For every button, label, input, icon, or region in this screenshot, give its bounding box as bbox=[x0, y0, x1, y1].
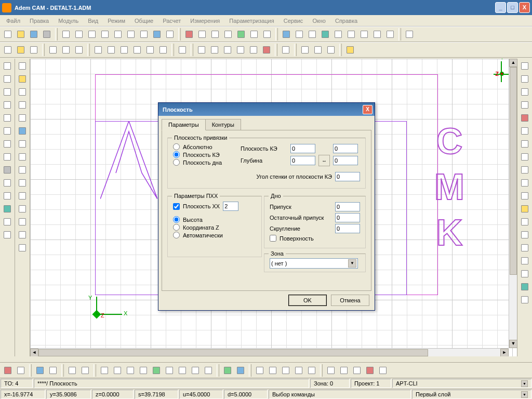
vtr-6[interactable] bbox=[518, 125, 531, 137]
wall-angle-input[interactable] bbox=[335, 172, 360, 181]
tb1-16[interactable] bbox=[209, 28, 221, 41]
vt2-9[interactable] bbox=[16, 164, 29, 176]
tb2-16[interactable] bbox=[221, 44, 234, 56]
tb1-5[interactable] bbox=[60, 28, 72, 41]
radio-plane-bottom[interactable] bbox=[173, 159, 180, 166]
tb2-9[interactable] bbox=[118, 44, 130, 56]
dialog-titlebar[interactable]: Плоскость X bbox=[158, 103, 375, 116]
menu-edit[interactable]: Правка bbox=[25, 16, 53, 25]
vt2-7[interactable] bbox=[16, 138, 29, 150]
vt1-3[interactable] bbox=[1, 86, 14, 98]
tb1-6[interactable] bbox=[73, 28, 85, 41]
tb1-17[interactable] bbox=[222, 28, 234, 41]
print-icon[interactable] bbox=[41, 28, 53, 41]
menu-view[interactable]: Вид bbox=[84, 16, 102, 25]
bt-24[interactable] bbox=[338, 364, 350, 377]
bt-19[interactable] bbox=[267, 364, 279, 377]
maximize-button[interactable]: □ bbox=[507, 2, 518, 13]
status-apt[interactable]: APT-CLI▼ bbox=[392, 379, 531, 388]
tb1-21[interactable] bbox=[280, 28, 292, 41]
tb1-14[interactable] bbox=[183, 28, 195, 41]
tb1-23[interactable] bbox=[306, 28, 318, 41]
tb2-3[interactable] bbox=[28, 44, 40, 56]
tb2-24[interactable] bbox=[344, 44, 356, 56]
menu-common[interactable]: Общие bbox=[130, 16, 157, 25]
menu-module[interactable]: Модуль bbox=[54, 16, 83, 25]
bt-27[interactable] bbox=[377, 364, 389, 377]
vtr-7[interactable] bbox=[518, 138, 531, 150]
tb2-23[interactable] bbox=[325, 44, 337, 56]
fillet-input[interactable] bbox=[335, 224, 360, 233]
vtr-1[interactable] bbox=[518, 60, 531, 72]
vtr-19[interactable] bbox=[518, 294, 531, 306]
tab-contours[interactable]: Контуры bbox=[205, 119, 241, 130]
tb1-24[interactable] bbox=[319, 28, 331, 41]
vtr-14[interactable] bbox=[518, 229, 531, 241]
tab-parameters[interactable]: Параметры bbox=[162, 119, 206, 130]
tb2-22[interactable] bbox=[312, 44, 324, 56]
bt-1[interactable] bbox=[2, 364, 14, 377]
tb2-11[interactable] bbox=[144, 44, 156, 56]
tb1-9[interactable] bbox=[112, 28, 124, 41]
tb2-13[interactable] bbox=[176, 44, 189, 56]
bt-15[interactable] bbox=[202, 364, 215, 377]
tb1-30[interactable] bbox=[403, 28, 416, 41]
tb1-18[interactable] bbox=[235, 28, 247, 41]
menu-calc[interactable]: Расчет bbox=[158, 16, 185, 25]
bt-2[interactable] bbox=[15, 364, 27, 377]
vtr-17[interactable] bbox=[518, 268, 531, 280]
radio-plane-ke[interactable] bbox=[173, 151, 180, 158]
bt-3[interactable] bbox=[34, 364, 46, 377]
bt-12[interactable] bbox=[163, 364, 176, 377]
vt2-8[interactable] bbox=[16, 151, 29, 163]
vtr-9[interactable] bbox=[518, 164, 531, 176]
vt1-2[interactable] bbox=[1, 73, 14, 85]
tb1-27[interactable] bbox=[358, 28, 370, 41]
ok-button[interactable]: OK bbox=[288, 295, 327, 306]
bt-18[interactable] bbox=[254, 364, 266, 377]
vt2-14[interactable] bbox=[16, 229, 29, 241]
bt-10[interactable] bbox=[137, 364, 150, 377]
vtr-11[interactable] bbox=[518, 190, 531, 202]
tb1-26[interactable] bbox=[345, 28, 357, 41]
menu-measure[interactable]: Измерения bbox=[186, 16, 224, 25]
radio-auto[interactable] bbox=[173, 232, 180, 238]
scrollbar-vertical[interactable]: ▲▼ bbox=[509, 59, 517, 348]
bt-7[interactable] bbox=[98, 364, 111, 377]
vt1-13[interactable] bbox=[1, 216, 14, 228]
open-icon[interactable] bbox=[15, 28, 27, 41]
vtr-16[interactable] bbox=[518, 255, 531, 267]
radio-absolute[interactable] bbox=[173, 143, 180, 150]
radio-coord-z[interactable] bbox=[173, 224, 180, 231]
tb2-18[interactable] bbox=[247, 44, 260, 56]
tb2-5[interactable] bbox=[60, 44, 72, 56]
tb2-20[interactable] bbox=[280, 44, 292, 56]
vt2-5[interactable] bbox=[16, 112, 29, 124]
vtr-5[interactable] bbox=[518, 112, 531, 124]
vtr-18[interactable] bbox=[518, 281, 531, 293]
dialog-close-button[interactable]: X bbox=[363, 105, 373, 114]
bt-25[interactable] bbox=[351, 364, 363, 377]
depth-input2[interactable] bbox=[333, 156, 358, 165]
check-surface[interactable] bbox=[270, 235, 276, 242]
depth-input1[interactable] bbox=[290, 156, 315, 165]
swap-button[interactable]: ↔ bbox=[318, 155, 330, 166]
vtr-15[interactable] bbox=[518, 242, 531, 254]
vt1-1[interactable] bbox=[1, 60, 14, 72]
vt1-10[interactable] bbox=[1, 177, 14, 189]
plane-ke-input1[interactable] bbox=[290, 144, 315, 153]
vtr-3[interactable] bbox=[518, 86, 531, 98]
vt1-12[interactable] bbox=[1, 203, 14, 215]
cancel-button[interactable]: Отмена bbox=[331, 295, 369, 306]
tb2-15[interactable] bbox=[208, 44, 221, 56]
bt-5[interactable] bbox=[66, 364, 78, 377]
zone-combo[interactable]: ( нет )▼ bbox=[270, 258, 358, 269]
vt1-9[interactable] bbox=[1, 164, 14, 176]
status-layer[interactable]: Первый слой▼ bbox=[412, 390, 531, 399]
tb2-12[interactable] bbox=[157, 44, 169, 56]
vt2-11[interactable] bbox=[16, 190, 29, 202]
vt1-8[interactable] bbox=[1, 151, 14, 163]
vt1-11[interactable] bbox=[1, 190, 14, 202]
bt-6[interactable] bbox=[79, 364, 91, 377]
vt1-5[interactable] bbox=[1, 112, 14, 124]
